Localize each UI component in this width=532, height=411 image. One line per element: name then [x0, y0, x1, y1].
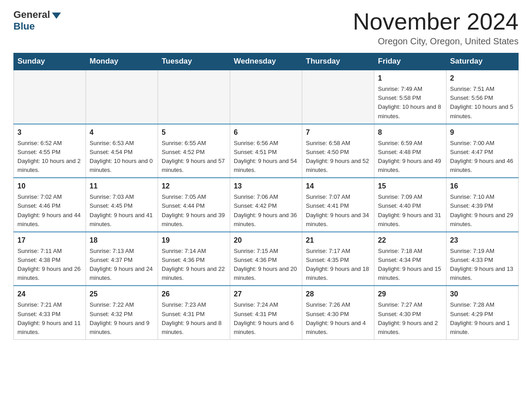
header-monday: Monday: [86, 53, 158, 70]
day-info: Sunrise: 6:59 AM Sunset: 4:48 PM Dayligh…: [378, 139, 442, 175]
day-number: 7: [306, 127, 370, 138]
day-number: 27: [234, 289, 298, 300]
calendar-cell: 9Sunrise: 7:00 AM Sunset: 4:47 PM Daylig…: [446, 124, 519, 178]
calendar-cell: 5Sunrise: 6:55 AM Sunset: 4:52 PM Daylig…: [158, 124, 230, 178]
calendar-cell: 3Sunrise: 6:52 AM Sunset: 4:55 PM Daylig…: [14, 124, 86, 178]
day-number: 11: [90, 181, 154, 192]
calendar-cell: 21Sunrise: 7:17 AM Sunset: 4:35 PM Dayli…: [302, 232, 374, 286]
calendar-cell: [302, 70, 374, 124]
location: Oregon City, Oregon, United States: [353, 36, 519, 47]
calendar-cell: 6Sunrise: 6:56 AM Sunset: 4:51 PM Daylig…: [230, 124, 302, 178]
day-number: 25: [90, 289, 154, 300]
day-number: 1: [378, 73, 442, 84]
calendar-cell: 14Sunrise: 7:07 AM Sunset: 4:41 PM Dayli…: [302, 178, 374, 232]
day-info: Sunrise: 7:02 AM Sunset: 4:46 PM Dayligh…: [17, 193, 82, 229]
day-info: Sunrise: 7:00 AM Sunset: 4:47 PM Dayligh…: [450, 139, 515, 175]
calendar-cell: 8Sunrise: 6:59 AM Sunset: 4:48 PM Daylig…: [374, 124, 446, 178]
calendar-cell: 17Sunrise: 7:11 AM Sunset: 4:38 PM Dayli…: [14, 232, 86, 286]
calendar-cell: 27Sunrise: 7:24 AM Sunset: 4:31 PM Dayli…: [230, 286, 302, 339]
day-info: Sunrise: 6:52 AM Sunset: 4:55 PM Dayligh…: [17, 139, 82, 175]
day-number: 15: [378, 181, 442, 192]
page-header: General Blue November 2024 Oregon City, …: [13, 9, 519, 47]
day-info: Sunrise: 7:49 AM Sunset: 5:58 PM Dayligh…: [378, 85, 442, 121]
calendar-cell: 10Sunrise: 7:02 AM Sunset: 4:46 PM Dayli…: [14, 178, 86, 232]
calendar-cell: [230, 70, 302, 124]
logo-arrow-icon: [52, 13, 61, 19]
day-number: 4: [90, 127, 154, 138]
day-number: 16: [450, 181, 515, 192]
day-info: Sunrise: 7:23 AM Sunset: 4:31 PM Dayligh…: [162, 300, 226, 337]
title-block: November 2024 Oregon City, Oregon, Unite…: [353, 9, 519, 47]
day-number: 9: [450, 127, 515, 138]
calendar-cell: 24Sunrise: 7:21 AM Sunset: 4:33 PM Dayli…: [14, 286, 86, 339]
day-info: Sunrise: 7:26 AM Sunset: 4:30 PM Dayligh…: [306, 300, 370, 337]
day-number: 20: [234, 235, 298, 246]
day-info: Sunrise: 7:07 AM Sunset: 4:41 PM Dayligh…: [306, 193, 370, 229]
day-number: 18: [90, 235, 154, 246]
day-info: Sunrise: 7:03 AM Sunset: 4:45 PM Dayligh…: [90, 193, 154, 229]
day-info: Sunrise: 7:28 AM Sunset: 4:29 PM Dayligh…: [450, 300, 515, 337]
day-info: Sunrise: 6:53 AM Sunset: 4:54 PM Dayligh…: [90, 139, 154, 175]
calendar-cell: 26Sunrise: 7:23 AM Sunset: 4:31 PM Dayli…: [158, 286, 230, 339]
calendar-week-2: 3Sunrise: 6:52 AM Sunset: 4:55 PM Daylig…: [14, 124, 519, 178]
logo-general-text: General: [13, 9, 50, 21]
calendar-week-4: 17Sunrise: 7:11 AM Sunset: 4:38 PM Dayli…: [14, 232, 519, 286]
calendar-cell: 20Sunrise: 7:15 AM Sunset: 4:36 PM Dayli…: [230, 232, 302, 286]
day-info: Sunrise: 7:11 AM Sunset: 4:38 PM Dayligh…: [17, 247, 82, 283]
calendar-cell: [86, 70, 158, 124]
day-number: 30: [450, 289, 515, 300]
header-wednesday: Wednesday: [230, 53, 302, 70]
day-number: 22: [378, 235, 442, 246]
logo: General Blue: [13, 9, 61, 32]
day-info: Sunrise: 6:56 AM Sunset: 4:51 PM Dayligh…: [234, 139, 298, 175]
day-info: Sunrise: 7:06 AM Sunset: 4:42 PM Dayligh…: [234, 193, 298, 229]
day-number: 13: [234, 181, 298, 192]
calendar-cell: 2Sunrise: 7:51 AM Sunset: 5:56 PM Daylig…: [446, 70, 519, 124]
calendar-header-row: SundayMondayTuesdayWednesdayThursdayFrid…: [14, 53, 519, 70]
day-number: 17: [17, 235, 82, 246]
day-number: 12: [162, 181, 226, 192]
day-info: Sunrise: 7:21 AM Sunset: 4:33 PM Dayligh…: [17, 300, 82, 337]
day-info: Sunrise: 7:19 AM Sunset: 4:33 PM Dayligh…: [450, 247, 515, 283]
day-number: 14: [306, 181, 370, 192]
calendar-cell: 13Sunrise: 7:06 AM Sunset: 4:42 PM Dayli…: [230, 178, 302, 232]
calendar-week-3: 10Sunrise: 7:02 AM Sunset: 4:46 PM Dayli…: [14, 178, 519, 232]
calendar-cell: 18Sunrise: 7:13 AM Sunset: 4:37 PM Dayli…: [86, 232, 158, 286]
day-info: Sunrise: 7:22 AM Sunset: 4:32 PM Dayligh…: [90, 300, 154, 337]
day-info: Sunrise: 7:10 AM Sunset: 4:39 PM Dayligh…: [450, 193, 515, 229]
header-sunday: Sunday: [14, 53, 86, 70]
day-info: Sunrise: 6:58 AM Sunset: 4:50 PM Dayligh…: [306, 139, 370, 175]
calendar-table: SundayMondayTuesdayWednesdayThursdayFrid…: [13, 53, 519, 340]
day-info: Sunrise: 7:27 AM Sunset: 4:30 PM Dayligh…: [378, 300, 442, 337]
day-info: Sunrise: 7:18 AM Sunset: 4:34 PM Dayligh…: [378, 247, 442, 283]
calendar-cell: 7Sunrise: 6:58 AM Sunset: 4:50 PM Daylig…: [302, 124, 374, 178]
calendar-cell: [14, 70, 86, 124]
day-number: 10: [17, 181, 82, 192]
day-number: 28: [306, 289, 370, 300]
day-info: Sunrise: 7:15 AM Sunset: 4:36 PM Dayligh…: [234, 247, 298, 283]
day-info: Sunrise: 6:55 AM Sunset: 4:52 PM Dayligh…: [162, 139, 226, 175]
day-number: 21: [306, 235, 370, 246]
day-info: Sunrise: 7:51 AM Sunset: 5:56 PM Dayligh…: [450, 85, 515, 121]
calendar-cell: 1Sunrise: 7:49 AM Sunset: 5:58 PM Daylig…: [374, 70, 446, 124]
header-friday: Friday: [374, 53, 446, 70]
day-number: 23: [450, 235, 515, 246]
day-number: 5: [162, 127, 226, 138]
day-info: Sunrise: 7:24 AM Sunset: 4:31 PM Dayligh…: [234, 300, 298, 337]
day-info: Sunrise: 7:09 AM Sunset: 4:40 PM Dayligh…: [378, 193, 442, 229]
calendar-week-5: 24Sunrise: 7:21 AM Sunset: 4:33 PM Dayli…: [14, 286, 519, 339]
day-number: 29: [378, 289, 442, 300]
day-number: 19: [162, 235, 226, 246]
day-number: 24: [17, 289, 82, 300]
calendar-cell: 30Sunrise: 7:28 AM Sunset: 4:29 PM Dayli…: [446, 286, 519, 339]
calendar-cell: 28Sunrise: 7:26 AM Sunset: 4:30 PM Dayli…: [302, 286, 374, 339]
calendar-cell: 15Sunrise: 7:09 AM Sunset: 4:40 PM Dayli…: [374, 178, 446, 232]
calendar-cell: 11Sunrise: 7:03 AM Sunset: 4:45 PM Dayli…: [86, 178, 158, 232]
logo-blue-text: Blue: [13, 21, 35, 32]
day-info: Sunrise: 7:17 AM Sunset: 4:35 PM Dayligh…: [306, 247, 370, 283]
header-thursday: Thursday: [302, 53, 374, 70]
calendar-cell: [158, 70, 230, 124]
calendar-week-1: 1Sunrise: 7:49 AM Sunset: 5:58 PM Daylig…: [14, 70, 519, 124]
day-number: 8: [378, 127, 442, 138]
day-info: Sunrise: 7:05 AM Sunset: 4:44 PM Dayligh…: [162, 193, 226, 229]
